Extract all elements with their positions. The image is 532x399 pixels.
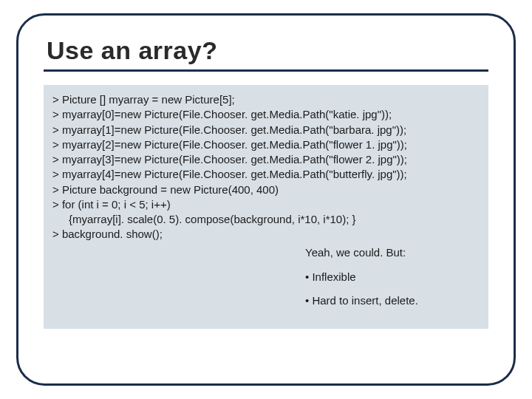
code-line: > myarray[0]=new Picture(File.Chooser. g…: [52, 107, 480, 122]
code-line: > myarray[4]=new Picture(File.Chooser. g…: [52, 167, 480, 182]
code-box: > Picture [] myarray = new Picture[5]; >…: [44, 85, 488, 329]
code-line: > myarray[2]=new Picture(File.Chooser. g…: [52, 137, 480, 152]
notes-lead: Yeah, we could. But:: [305, 245, 475, 260]
code-line: > for (int i = 0; i < 5; i++): [52, 197, 480, 212]
code-line: > myarray[3]=new Picture(File.Chooser. g…: [52, 152, 480, 167]
code-line: > background. show();: [52, 227, 480, 242]
code-line: {myarray[i]. scale(0. 5). compose(backgr…: [52, 212, 480, 227]
notes-bullet: • Inflexible: [305, 270, 475, 284]
code-line: > myarray[1]=new Picture(File.Chooser. g…: [52, 123, 480, 137]
code-line: > Picture background = new Picture(400, …: [52, 183, 480, 197]
slide-title: Use an array?: [47, 36, 488, 65]
title-underline: [44, 69, 488, 72]
slide-frame: Use an array? > Picture [] myarray = new…: [16, 13, 516, 386]
code-line: > Picture [] myarray = new Picture[5];: [52, 92, 480, 107]
notes-bullet: • Hard to insert, delete.: [305, 293, 475, 308]
notes-block: Yeah, we could. But: • Inflexible • Hard…: [305, 245, 475, 317]
